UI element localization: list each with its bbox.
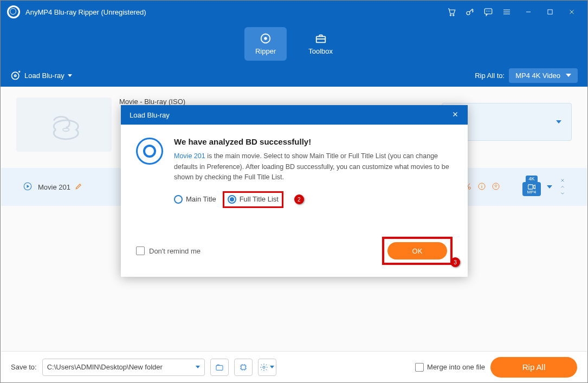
dialog-body-text: is the main movie. Select to show Main T… (174, 152, 449, 181)
track-actions (463, 182, 500, 192)
play-icon[interactable] (23, 181, 33, 193)
track-format-badge[interactable]: 4K MP4 (522, 176, 541, 198)
chevron-down-icon (196, 366, 200, 368)
main-tab-bar: Ripper Toolbox (1, 23, 587, 64)
save-to-label: Save to: (11, 363, 37, 371)
key-icon[interactable] (462, 4, 478, 20)
movie-thumbnail[interactable] (16, 98, 112, 152)
dont-remind-checkbox[interactable]: Don't remind me (136, 246, 201, 255)
preview-icon[interactable] (492, 182, 500, 192)
edit-icon[interactable] (75, 183, 82, 192)
tab-ripper[interactable]: Ripper (244, 27, 287, 61)
reorder-arrows[interactable] (560, 178, 565, 196)
track-label: Movie 201 (38, 183, 70, 191)
svg-rect-17 (216, 365, 223, 370)
minimize-button[interactable] (520, 4, 537, 20)
tab-toolbox-label: Toolbox (308, 47, 333, 55)
checkbox-icon (136, 246, 145, 255)
app-window: AnyMP4 Blu-ray Ripper (Unregistered) Rip… (0, 0, 588, 383)
footer-bar: Save to: C:\Users\ADMIN\Desktop\New fold… (1, 351, 587, 382)
chevron-down-icon (556, 120, 561, 124)
title-bar: AnyMP4 Blu-ray Ripper (Unregistered) (1, 1, 587, 23)
rip-all-button[interactable]: Rip All (490, 357, 577, 378)
checkbox-icon (415, 363, 424, 372)
video-icon (528, 184, 535, 190)
gpu-accel-button[interactable] (234, 359, 253, 376)
menu-icon[interactable] (499, 4, 515, 20)
radio-full-label: Full Title List (240, 194, 279, 205)
chevron-down-icon (270, 366, 274, 368)
load-bluray-dialog: Load Blu-ray We have analyzed BD success… (121, 105, 468, 277)
svg-rect-16 (528, 184, 533, 189)
tab-toolbox[interactable]: Toolbox (298, 27, 344, 61)
toolbar: Load Blu-ray Rip All to: MP4 4K Video (1, 64, 587, 87)
output-format-dropdown[interactable]: MP4 4K Video (509, 68, 578, 83)
dialog-footer: Don't remind me OK 3 (136, 237, 453, 265)
radio-icon (174, 195, 183, 204)
rip-all-to-group: Rip All to: MP4 4K Video (475, 68, 578, 83)
load-bluray-label: Load Blu-ray (24, 72, 64, 80)
radio-icon (228, 195, 236, 204)
svg-rect-7 (316, 36, 325, 42)
save-path-text: C:\Users\ADMIN\Desktop\New folder (47, 363, 163, 371)
cart-icon[interactable] (443, 4, 460, 20)
output-format-label: MP4 4K Video (515, 72, 560, 80)
dialog-body: We have analyzed BD successfully! Movie … (121, 125, 468, 219)
chevron-down-icon (566, 74, 571, 77)
dont-remind-label: Don't remind me (149, 247, 201, 255)
svg-point-0 (450, 15, 451, 16)
callout-3: 3 (450, 257, 460, 267)
format-tag: 4K (526, 176, 538, 182)
svg-point-2 (467, 11, 470, 15)
merge-label: Merge into one file (427, 363, 485, 371)
chevron-down-icon (68, 74, 72, 77)
callout-2: 2 (294, 194, 304, 204)
rip-all-to-label: Rip All to: (475, 72, 505, 80)
ok-label: OK (412, 247, 423, 255)
radio-full-title-list[interactable]: Full Title List (228, 194, 279, 205)
save-path-dropdown[interactable]: C:\Users\ADMIN\Desktop\New folder (42, 359, 205, 376)
ok-button[interactable]: OK (387, 242, 447, 259)
app-title: AnyMP4 Blu-ray Ripper (Unregistered) (25, 8, 146, 16)
browse-folder-button[interactable] (210, 359, 229, 376)
disc-plus-icon (10, 70, 21, 81)
maximize-button[interactable] (542, 4, 558, 20)
svg-point-9 (15, 75, 16, 76)
dialog-close-button[interactable] (451, 111, 459, 120)
highlight-box-2: Full Title List (223, 191, 283, 207)
info-icon[interactable] (477, 182, 486, 192)
load-bluray-button[interactable]: Load Blu-ray (10, 70, 72, 81)
feedback-icon[interactable] (480, 4, 496, 20)
svg-point-19 (263, 366, 265, 368)
svg-point-15 (493, 183, 499, 190)
close-button[interactable] (564, 4, 580, 20)
dialog-title: Load Blu-ray (130, 111, 170, 119)
format-ext: MP4 (527, 190, 536, 194)
movie-link[interactable]: Movie 201 (174, 152, 205, 160)
settings-button[interactable] (258, 359, 276, 376)
close-small-icon[interactable] (560, 178, 565, 183)
bluray-disc-icon (48, 108, 80, 141)
svg-point-8 (12, 72, 19, 79)
highlight-box-3: OK 3 (382, 237, 453, 265)
merge-checkbox[interactable]: Merge into one file (415, 363, 485, 372)
chevron-down-icon[interactable] (560, 191, 565, 196)
dialog-title-bar: Load Blu-ray (121, 105, 468, 125)
title-radio-group: Main Title Full Title List 2 (174, 191, 453, 207)
svg-rect-4 (548, 10, 552, 14)
radio-main-label: Main Title (186, 194, 216, 205)
radio-main-title[interactable]: Main Title (174, 194, 216, 205)
app-logo-icon (7, 5, 20, 18)
tab-ripper-label: Ripper (255, 47, 276, 55)
svg-point-1 (453, 15, 454, 16)
chevron-down-icon[interactable] (547, 185, 552, 189)
svg-point-6 (264, 37, 267, 40)
svg-rect-18 (241, 365, 245, 369)
toolbox-icon (315, 33, 327, 44)
rip-all-label: Rip All (522, 362, 546, 372)
svg-point-10 (63, 128, 69, 132)
chevron-up-icon[interactable] (560, 184, 565, 190)
dialog-heading: We have analyzed BD successfully! (174, 135, 453, 148)
disc-icon (136, 138, 163, 165)
dialog-text: We have analyzed BD successfully! Movie … (174, 135, 453, 208)
